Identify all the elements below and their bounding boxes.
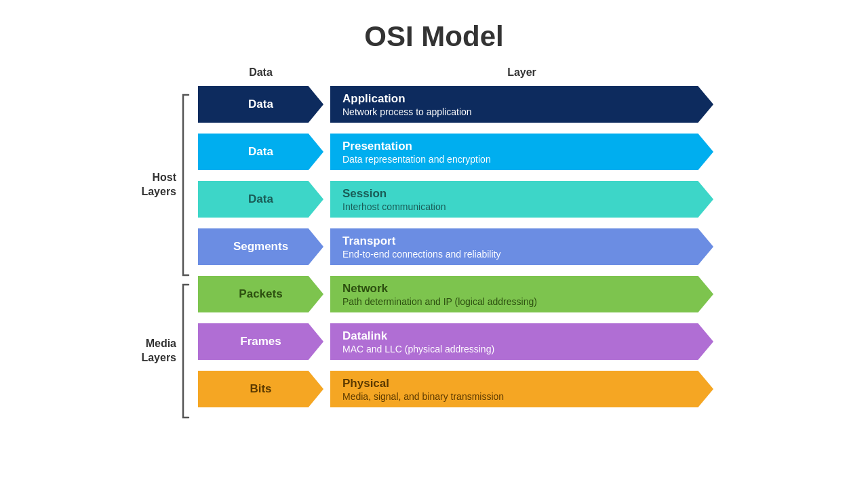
data-pill-datalink: Frames bbox=[198, 323, 323, 360]
layer-desc-presentation: Data representation and encryption bbox=[342, 154, 693, 165]
rows-container: DataApplicationNetwork process to applic… bbox=[198, 83, 713, 411]
layer-column-header: Layer bbox=[330, 66, 713, 79]
layer-name-datalink: Datalink bbox=[342, 329, 693, 343]
layer-desc-datalink: MAC and LLC (physical addressing) bbox=[342, 344, 693, 354]
layer-desc-physical: Media, signal, and binary transmission bbox=[342, 391, 693, 402]
layer-desc-network: Path determination and IP (logical addre… bbox=[342, 296, 693, 307]
layer-box-session: SessionInterhost communication bbox=[330, 181, 713, 218]
row-datalink: FramesDatalinkMAC and LLC (physical addr… bbox=[198, 320, 713, 363]
layer-name-network: Network bbox=[342, 282, 693, 296]
host-layers-label: Host Layers bbox=[141, 171, 176, 199]
layer-name-physical: Physical bbox=[342, 377, 693, 390]
data-pill-transport: Segments bbox=[198, 228, 323, 265]
layer-box-datalink: DatalinkMAC and LLC (physical addressing… bbox=[330, 323, 713, 360]
layer-name-transport: Transport bbox=[342, 235, 693, 248]
layer-box-presentation: PresentationData representation and encr… bbox=[330, 134, 713, 170]
data-pill-session: Data bbox=[198, 181, 323, 218]
host-layers-group: Host Layers bbox=[115, 92, 190, 278]
layer-box-transport: TransportEnd-to-end connections and reli… bbox=[330, 228, 713, 265]
media-bracket bbox=[180, 282, 190, 420]
data-pill-physical: Bits bbox=[198, 371, 323, 407]
row-presentation: DataPresentationData representation and … bbox=[198, 130, 713, 174]
row-physical: BitsPhysicalMedia, signal, and binary tr… bbox=[198, 367, 713, 411]
layer-desc-session: Interhost communication bbox=[342, 201, 693, 212]
layer-desc-application: Network process to application bbox=[342, 106, 693, 117]
page-title: OSI Model bbox=[364, 20, 503, 53]
row-network: PacketsNetworkPath determination and IP … bbox=[198, 272, 713, 316]
layer-name-presentation: Presentation bbox=[342, 140, 693, 153]
data-pill-application: Data bbox=[198, 86, 323, 123]
row-application: DataApplicationNetwork process to applic… bbox=[198, 83, 713, 126]
layer-name-application: Application bbox=[342, 92, 693, 106]
layer-box-network: NetworkPath determination and IP (logica… bbox=[330, 276, 713, 312]
osi-table: Host Layers Media Layers Data Layer Data… bbox=[115, 66, 753, 420]
data-column-header: Data bbox=[198, 66, 323, 79]
layer-box-physical: PhysicalMedia, signal, and binary transm… bbox=[330, 371, 713, 407]
layer-name-session: Session bbox=[342, 187, 693, 201]
column-headers: Data Layer bbox=[198, 66, 713, 79]
table-section: Data Layer DataApplicationNetwork proces… bbox=[198, 66, 713, 411]
row-transport: SegmentsTransportEnd-to-end connections … bbox=[198, 225, 713, 268]
layer-desc-transport: End-to-end connections and reliability bbox=[342, 249, 693, 260]
media-layers-label: Media Layers bbox=[141, 337, 176, 365]
host-bracket bbox=[180, 92, 190, 278]
data-pill-network: Packets bbox=[198, 276, 323, 312]
group-labels: Host Layers Media Layers bbox=[115, 66, 190, 420]
row-session: DataSessionInterhost communication bbox=[198, 178, 713, 221]
data-pill-presentation: Data bbox=[198, 134, 323, 170]
media-layers-group: Media Layers bbox=[115, 282, 190, 420]
layer-box-application: ApplicationNetwork process to applicatio… bbox=[330, 86, 713, 123]
